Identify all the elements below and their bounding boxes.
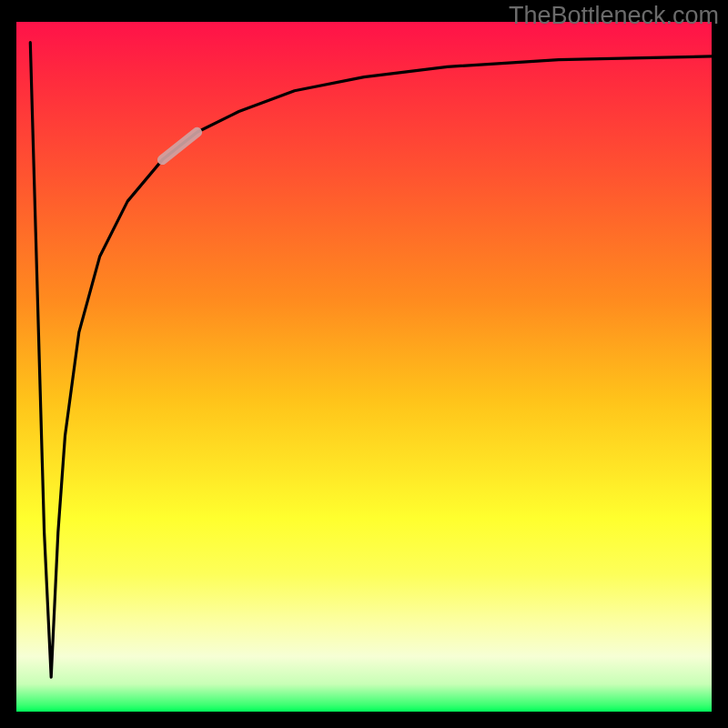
curve-layer <box>16 22 712 712</box>
main-curve <box>30 43 712 677</box>
watermark-text: TheBottleneck.com <box>509 2 719 30</box>
highlight-segment <box>162 132 197 159</box>
plot-area <box>16 22 712 712</box>
chart-frame: TheBottleneck.com <box>0 0 728 728</box>
